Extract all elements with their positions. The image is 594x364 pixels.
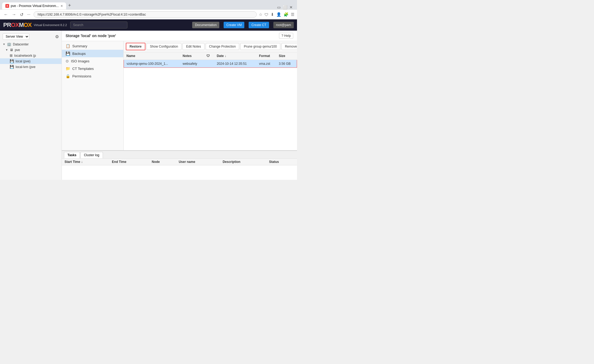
- logo-version: Virtual Environment 8.2.2: [34, 23, 67, 27]
- logo-m: M: [19, 22, 23, 28]
- nav-item-permissions[interactable]: 🔒 Permissions: [62, 72, 123, 80]
- col-node[interactable]: Node: [149, 159, 176, 165]
- new-tab-button[interactable]: +: [66, 2, 73, 9]
- left-nav: 📋 Summary 💾 Backups ⊙ ISO Images 📁 CT Te…: [62, 41, 124, 150]
- col-protection: 🛡: [204, 52, 214, 60]
- edit-notes-button[interactable]: Edit Notes: [183, 43, 204, 50]
- backups-table: Name Notes 🛡 Date ↓ Format Size: [124, 52, 297, 68]
- nav-item-label: CT Templates: [72, 67, 94, 71]
- restore-icon[interactable]: ⬜: [283, 5, 287, 9]
- col-end-time[interactable]: End Time: [109, 159, 149, 165]
- browser-tab[interactable]: X pve - Proxmox Virtual Environm... ✕: [2, 2, 66, 9]
- cell-notes: websafety: [180, 60, 204, 68]
- content-header: Storage 'local' on node 'pve' ? Help: [62, 31, 297, 41]
- col-user-name[interactable]: User name: [176, 159, 220, 165]
- cell-protection: [204, 60, 214, 68]
- cell-name: vzdump-qemu-100-2024_1...: [124, 60, 180, 68]
- bookmark-icon[interactable]: ☆: [259, 12, 262, 17]
- local-lvm-icon: 💾: [10, 65, 14, 69]
- col-start-time[interactable]: Start Time ↓: [62, 159, 109, 165]
- sidebar-item-label: localnetwork (p: [14, 54, 36, 58]
- nav-menu-button[interactable]: ⋯: [26, 12, 31, 17]
- view-selector[interactable]: Server View: [3, 33, 29, 40]
- logo-x: X: [15, 22, 19, 28]
- bottom-panel: Tasks Cluster log Start Time ↓ End Time …: [62, 150, 297, 180]
- iso-icon: ⊙: [66, 59, 69, 63]
- localnetwork-icon: ⊞: [10, 53, 13, 58]
- summary-icon: 📋: [66, 44, 70, 48]
- help-button[interactable]: ? Help: [279, 33, 293, 39]
- browser-menu-icon[interactable]: ☰: [291, 12, 294, 17]
- gear-icon[interactable]: ⚙: [55, 34, 59, 39]
- sidebar-item-local-lvm[interactable]: 💾 local-lvm (pve: [0, 64, 62, 70]
- create-ct-button[interactable]: Create CT: [249, 22, 269, 28]
- tab-label: pve - Proxmox Virtual Environm...: [11, 4, 59, 8]
- tab-cluster-log[interactable]: Cluster log: [80, 152, 103, 158]
- shield-browser-icon: 🛡: [264, 12, 269, 17]
- create-vm-button[interactable]: Create VM: [224, 22, 244, 28]
- show-configuration-button[interactable]: Show Configuration: [146, 43, 182, 50]
- logo-p: P: [3, 22, 7, 28]
- sidebar-item-local[interactable]: 💾 local (pve): [0, 58, 62, 64]
- sidebar-item-pve[interactable]: ▼ 🖥 pve: [0, 47, 62, 53]
- documentation-button[interactable]: Documentation: [192, 22, 219, 28]
- local-icon: 💾: [10, 59, 14, 63]
- logo-r: R: [7, 22, 11, 28]
- bottom-tabs: Tasks Cluster log: [62, 151, 297, 159]
- sidebar-item-label: Datacenter: [13, 42, 29, 46]
- nav-refresh-button[interactable]: ↺: [19, 12, 24, 18]
- nav-item-label: Permissions: [72, 74, 91, 78]
- col-description[interactable]: Description: [220, 159, 266, 165]
- extensions-icon[interactable]: 🧩: [284, 12, 289, 17]
- prune-group-button[interactable]: Prune group qemu/100: [240, 43, 280, 50]
- search-container: [70, 22, 127, 28]
- tab-close-icon[interactable]: ✕: [60, 4, 63, 8]
- sidebar-item-datacenter[interactable]: ▼ 🏢 Datacenter: [0, 41, 62, 47]
- col-status[interactable]: Status: [266, 159, 297, 165]
- tasks-table: Start Time ↓ End Time Node User name Des…: [62, 159, 297, 165]
- table-row[interactable]: vzdump-qemu-100-2024_1... websafety 2024…: [124, 60, 297, 68]
- sidebar-header: Server View ⚙: [0, 32, 62, 41]
- nav-back-button[interactable]: ←: [3, 12, 9, 17]
- user-menu-button[interactable]: root@pam: [273, 22, 294, 28]
- col-format[interactable]: Format: [256, 52, 276, 60]
- col-notes[interactable]: Notes: [180, 52, 204, 60]
- change-protection-button[interactable]: Change Protection: [206, 43, 239, 50]
- nav-item-iso-images[interactable]: ⊙ ISO Images: [62, 57, 123, 65]
- search-input[interactable]: [70, 22, 127, 28]
- logo-o: O: [11, 22, 15, 28]
- col-date[interactable]: Date ↓: [214, 52, 256, 60]
- minimize-icon[interactable]: ▭: [277, 5, 281, 9]
- col-name[interactable]: Name: [124, 52, 180, 60]
- backups-icon: 💾: [66, 51, 70, 56]
- nav-forward-button[interactable]: →: [11, 12, 17, 17]
- remove-button[interactable]: Remove: [281, 43, 297, 50]
- sidebar-item-localnetwork[interactable]: ⊞ localnetwork (p: [0, 53, 62, 58]
- download-icon[interactable]: ⬇: [271, 12, 274, 17]
- sidebar: Server View ⚙ ▼ 🏢 Datacenter ▼ 🖥 pve ⊞ l…: [0, 31, 62, 180]
- restore-button[interactable]: Restore: [126, 43, 145, 50]
- page-title: Storage 'local' on node 'pve': [66, 34, 116, 38]
- logo-o2: O: [24, 22, 28, 28]
- permissions-icon: 🔒: [66, 74, 70, 78]
- cell-date: 2024-10-14 12:35:51: [214, 60, 256, 68]
- nav-item-label: ISO Images: [71, 59, 90, 63]
- tab-favicon: X: [5, 4, 9, 8]
- nav-item-label: Summary: [72, 44, 87, 48]
- content-area: Storage 'local' on node 'pve' ? Help 📋 S…: [62, 31, 297, 180]
- tree-expand-icon: ▼: [3, 43, 5, 46]
- nav-item-backups[interactable]: 💾 Backups: [62, 50, 123, 57]
- logo: PROXMOX Virtual Environment 8.2.2: [3, 22, 67, 28]
- backups-table-area: Name Notes 🛡 Date ↓ Format Size: [124, 52, 297, 150]
- profile-icon[interactable]: 👤: [276, 12, 281, 17]
- address-input[interactable]: [34, 11, 257, 18]
- close-icon[interactable]: ✕: [289, 5, 293, 9]
- nav-item-label: Backups: [72, 52, 86, 56]
- nav-item-ct-templates[interactable]: 📁 CT Templates: [62, 65, 123, 72]
- sidebar-item-label: local (pve): [16, 59, 30, 63]
- tab-tasks[interactable]: Tasks: [64, 152, 80, 158]
- cell-format: vma.zst: [256, 60, 276, 68]
- col-size[interactable]: Size: [276, 52, 297, 60]
- nav-item-summary[interactable]: 📋 Summary: [62, 42, 123, 50]
- toolbar: Restore Show Configuration Edit Notes Ch…: [124, 41, 297, 52]
